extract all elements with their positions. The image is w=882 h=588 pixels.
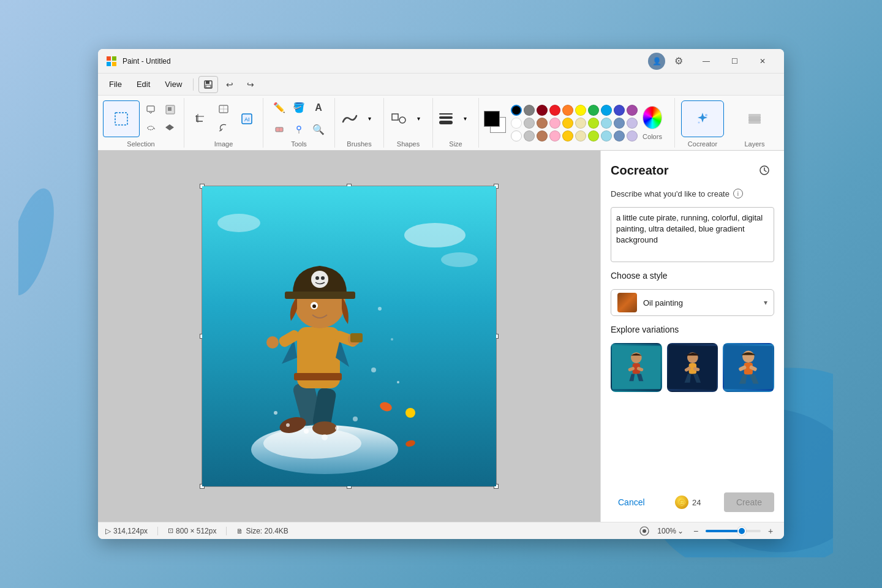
layers-ribbon-button[interactable] xyxy=(742,108,767,130)
user-avatar[interactable]: 👤 xyxy=(648,53,665,70)
color-darkblue[interactable] xyxy=(614,105,625,116)
history-button[interactable] xyxy=(755,160,774,180)
cancel-button[interactable]: Cancel xyxy=(611,492,652,512)
describe-textarea[interactable]: a little cute pirate, running, colorful,… xyxy=(611,207,774,262)
ai-select-button[interactable]: AI xyxy=(236,110,258,127)
svg-point-33 xyxy=(441,252,478,267)
color-transparent[interactable] xyxy=(511,130,522,141)
color-lightgray[interactable] xyxy=(524,118,535,129)
color-gray[interactable] xyxy=(524,105,535,116)
color-lightblue[interactable] xyxy=(601,118,612,129)
redo-button[interactable]: ↪ xyxy=(241,76,260,93)
color-red[interactable] xyxy=(549,105,560,116)
color-white[interactable] xyxy=(511,118,522,129)
color-yellow[interactable] xyxy=(575,105,586,116)
selection-dropdown-button[interactable] xyxy=(142,101,159,118)
color-cream[interactable] xyxy=(575,118,586,129)
rotate-button[interactable] xyxy=(215,119,232,137)
color-lavender[interactable] xyxy=(627,118,638,129)
cocreator-panel: Cocreator Describe what you'd like to cr… xyxy=(600,151,784,522)
svg-point-57 xyxy=(335,426,339,430)
invert-select-button[interactable] xyxy=(162,101,179,118)
brushes-dropdown[interactable]: ▾ xyxy=(361,110,379,127)
save-button[interactable] xyxy=(198,76,218,93)
menu-edit[interactable]: Edit xyxy=(130,77,156,91)
variation-2[interactable] xyxy=(667,343,718,392)
cursor-icon: ▷ xyxy=(105,527,111,535)
color-steelblue[interactable] xyxy=(614,118,625,129)
svg-rect-29 xyxy=(748,121,761,124)
svg-point-63 xyxy=(378,307,382,311)
svg-rect-3 xyxy=(107,56,111,61)
canvas-size-item: ⊡ 800 × 512px xyxy=(168,527,216,535)
resize-button[interactable] xyxy=(215,100,232,118)
color-wheel-button[interactable] xyxy=(643,106,662,129)
color-darkred[interactable] xyxy=(537,105,548,116)
style-dropdown[interactable]: Oil painting ▾ xyxy=(611,289,774,316)
app-logo xyxy=(105,55,118,67)
select-all-button[interactable] xyxy=(162,119,179,137)
maximize-button[interactable]: ☐ xyxy=(720,51,748,71)
tools-label: Tools xyxy=(291,140,307,148)
variation-3[interactable] xyxy=(723,343,774,392)
svg-point-64 xyxy=(391,338,393,341)
menu-view[interactable]: View xyxy=(159,77,188,91)
shapes-dropdown[interactable]: ▾ xyxy=(410,110,428,127)
minimize-button[interactable]: — xyxy=(692,51,720,71)
color-gold[interactable] xyxy=(562,118,573,129)
color-green[interactable] xyxy=(588,105,599,116)
cocreator-label: Cocreator xyxy=(688,140,717,148)
menu-file[interactable]: File xyxy=(103,77,128,91)
svg-rect-27 xyxy=(748,114,761,116)
zoom-in-button[interactable]: + xyxy=(764,525,777,537)
color-blue[interactable] xyxy=(601,105,612,116)
freeform-select-button[interactable] xyxy=(142,119,159,137)
svg-point-58 xyxy=(353,417,358,421)
undo-button[interactable]: ↩ xyxy=(221,76,239,93)
pencil-button[interactable]: ✏️ xyxy=(271,99,288,116)
settings-icon[interactable]: ⚙ xyxy=(670,53,687,70)
variation-1[interactable] xyxy=(611,343,662,392)
zoom-chevron-icon: ⌄ xyxy=(677,527,684,535)
color-lime[interactable] xyxy=(588,118,599,129)
svg-point-52 xyxy=(312,304,316,308)
selection-label: Selection xyxy=(127,140,154,148)
svg-point-65 xyxy=(371,368,376,372)
svg-point-32 xyxy=(217,214,260,232)
color-brown[interactable] xyxy=(537,118,548,129)
svg-point-44 xyxy=(266,336,279,349)
magnify-button[interactable]: 🔍 xyxy=(310,121,327,138)
color-pink[interactable] xyxy=(549,118,560,129)
info-icon[interactable]: i xyxy=(733,189,743,198)
create-button[interactable]: Create xyxy=(724,492,774,512)
svg-point-20 xyxy=(297,126,301,130)
color-purple[interactable] xyxy=(627,105,638,116)
crop-button[interactable] xyxy=(189,111,211,127)
shapes-icon xyxy=(390,112,408,126)
canvas-container[interactable] xyxy=(202,186,497,487)
zoom-slider[interactable] xyxy=(706,530,761,532)
color-black[interactable] xyxy=(511,105,522,116)
selection-main-button[interactable] xyxy=(103,100,140,137)
svg-marker-14 xyxy=(165,124,174,130)
color-orange[interactable] xyxy=(562,105,573,116)
svg-point-25 xyxy=(698,121,700,123)
color-picker-button[interactable] xyxy=(290,121,307,138)
cocreator-ribbon-button[interactable] xyxy=(681,100,724,137)
svg-rect-8 xyxy=(206,81,209,84)
size-dropdown[interactable]: ▾ xyxy=(456,110,473,127)
style-chevron-icon: ▾ xyxy=(764,298,767,307)
zoom-level-button[interactable]: 100% ⌄ xyxy=(655,526,686,537)
brushes-label: Brushes xyxy=(347,140,371,148)
svg-rect-47 xyxy=(285,292,355,299)
eraser-button[interactable] xyxy=(271,121,288,138)
fg-color-swatch[interactable] xyxy=(484,111,500,127)
text-button[interactable]: A xyxy=(310,99,327,116)
zoom-preview-button[interactable] xyxy=(638,524,651,538)
svg-rect-6 xyxy=(112,62,116,66)
close-button[interactable]: ✕ xyxy=(748,51,777,71)
svg-point-56 xyxy=(322,434,328,440)
zoom-out-button[interactable]: − xyxy=(690,525,702,537)
fill-button[interactable]: 🪣 xyxy=(290,99,307,116)
svg-text:AI: AI xyxy=(244,116,250,123)
